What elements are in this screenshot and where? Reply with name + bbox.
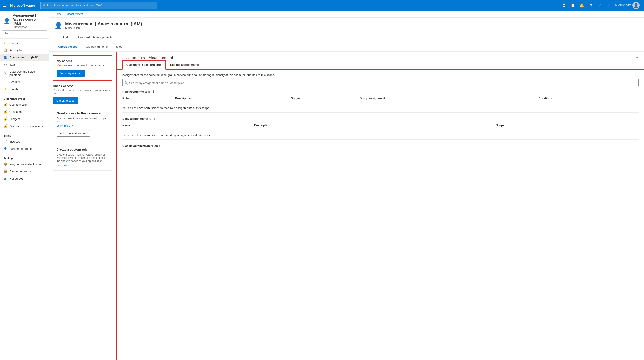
sidebar-item-iam[interactable]: 👤 Access control (IAM) — [0, 54, 49, 61]
sidebar-item-programmatic[interactable]: 📦 Programmatic deployment — [0, 160, 49, 168]
sidebar-divider-3 — [0, 153, 49, 153]
sidebar-item-diagnose[interactable]: 🔧 Diagnose and solve problems — [0, 68, 49, 78]
sidebar-divider — [0, 94, 49, 94]
search-icon: 🔍 — [124, 81, 128, 85]
sidebar-header: 👤 Measurement | Access control (IAM) Sub… — [0, 11, 49, 31]
breadcrumb-resource[interactable]: Measurement — [67, 13, 83, 16]
top-navigation: ☰ Microsoft Azure 🔍 ⊡ 📋 🔔 ⚙ ? 👤 MICROSOF… — [0, 0, 644, 11]
content-area: Home > Measurement 👤 Measurement | Acces… — [49, 11, 644, 360]
billing-section-label: Billing — [0, 132, 49, 138]
classic-admins-info-icon[interactable]: ℹ — [159, 144, 160, 147]
page-title: Measurement | Access control (IAM) — [65, 21, 142, 27]
custom-role-learn-more-link[interactable]: Learn more ↗ — [56, 164, 73, 167]
more-icon: ≡ — [122, 36, 124, 39]
help-icon[interactable]: ? — [596, 1, 604, 10]
resource-icon: 👤 — [4, 18, 10, 24]
right-panel-body: Assignments for the selected user, group… — [117, 70, 644, 360]
cloud-shell-icon[interactable]: ⊡ — [560, 1, 568, 10]
download-icon: ↓ — [74, 36, 76, 39]
create-custom-role-card: Create a custom role Create a custom rol… — [53, 144, 112, 170]
add-role-assignment-button[interactable]: Add role assignment — [56, 130, 90, 137]
my-access-card: My access View my level of access to thi… — [53, 55, 112, 81]
sidebar-collapse-button[interactable]: « — [44, 19, 46, 23]
sidebar-item-security[interactable]: 🛡 Security — [0, 78, 49, 86]
download-label: Download role assignments — [77, 36, 113, 39]
sidebar-item-resource-groups[interactable]: 📦 Resource groups — [0, 168, 49, 175]
deny-assignments-header: Deny assignments (0) ℹ — [122, 117, 639, 120]
sidebar-item-overview[interactable]: ⊙ Overview — [0, 39, 49, 47]
resource-name: Measurement | Access control (IAM) — [12, 14, 41, 26]
right-tab-label: Eligible assignments — [170, 63, 199, 67]
deny-assignments-empty-message: You do not have permissions to read deny… — [122, 131, 639, 140]
check-access-button[interactable]: Check access — [53, 97, 78, 104]
assignment-search-box[interactable]: 🔍 — [122, 79, 639, 86]
page-subtitle: Subscription — [65, 27, 142, 30]
sidebar-item-label: Programmatic deployment — [10, 162, 44, 166]
tab-label: Check access — [58, 45, 77, 48]
settings-icon[interactable]: ⚙ — [587, 1, 595, 10]
deny-assignments-info-icon[interactable]: ℹ — [154, 117, 155, 120]
sidebar-item-label: Advisor recommendations — [10, 124, 43, 128]
sidebar-item-label: Resources — [10, 177, 23, 180]
grant-learn-more-link[interactable]: Learn more ↗ — [56, 124, 73, 127]
sidebar-item-cost-analysis[interactable]: 💰 Cost analysis — [0, 101, 49, 108]
sidebar-item-resources[interactable]: ⊞ Resources — [0, 175, 49, 182]
right-tab-current[interactable]: Current role assignments — [122, 60, 166, 70]
sidebar-search-input[interactable] — [2, 31, 47, 37]
user-area[interactable]: MICROSOFT 👤 — [614, 2, 642, 9]
assignment-search-input[interactable] — [129, 81, 636, 85]
resource-type: Subscription — [12, 26, 41, 29]
activity-log-icon: 📋 — [4, 48, 7, 52]
grant-access-description: Grant access to resources by assigning a… — [56, 117, 109, 123]
tab-label: Roles — [115, 45, 122, 48]
sidebar-item-events[interactable]: ⚡ Events — [0, 86, 49, 93]
view-my-access-button[interactable]: View my access — [57, 70, 85, 77]
right-panel-title: assignments - Measurement — [122, 56, 173, 60]
sidebar-divider-2 — [0, 130, 49, 131]
sidebar-item-budgets[interactable]: 💰 Budgets — [0, 115, 49, 122]
menu-icon[interactable]: ☰ — [3, 3, 6, 8]
tab-roles[interactable]: Roles — [111, 42, 126, 52]
tab-label: Role assignments — [84, 45, 108, 48]
sidebar-item-cost-alerts[interactable]: 💰 Cost alerts — [0, 108, 49, 115]
sidebar-item-label: Partner information — [10, 147, 34, 150]
sidebar-item-label: Invoices — [10, 140, 20, 143]
breadcrumb-home[interactable]: Home — [54, 13, 62, 16]
iam-icon: 👤 — [4, 56, 7, 59]
download-button[interactable]: ↓ Download role assignments — [71, 34, 115, 40]
nav-icon-group: ⊡ 📋 🔔 ⚙ ? 👤 MICROSOFT 👤 — [560, 1, 642, 10]
global-search-bar[interactable]: 🔍 — [40, 2, 157, 9]
classic-admins-header: Classic administrators (0) ℹ — [122, 144, 639, 147]
sidebar-item-label: Overview — [10, 41, 22, 45]
sidebar-item-activity-log[interactable]: 📋 Activity log — [0, 47, 49, 54]
sidebar: 👤 Measurement | Access control (IAM) Sub… — [0, 11, 49, 360]
feedback-icon[interactable]: 📋 — [569, 1, 577, 10]
right-panel-header: assignments - Measurement ✕ — [117, 52, 644, 60]
sidebar-search[interactable] — [0, 31, 49, 39]
profile-icon[interactable]: 👤 — [605, 1, 613, 10]
tags-icon: 🏷 — [4, 63, 7, 66]
main-split: My access View my level of access to thi… — [49, 52, 644, 360]
right-panel: assignments - Measurement ✕ Current role… — [116, 52, 644, 360]
my-access-description: View my level of access to this resource… — [57, 64, 108, 67]
sidebar-item-invoices[interactable]: 📄 Invoices — [0, 138, 49, 145]
sidebar-item-partner-info[interactable]: 👤 Partner information — [0, 145, 49, 152]
add-button[interactable]: + + Add — [54, 34, 70, 40]
sidebar-item-label: Diagnose and solve problems — [10, 70, 46, 77]
role-assignments-title: Role assignments (0) — [122, 90, 152, 93]
deny-assignments-table: Name Description Scope — [122, 122, 639, 129]
sidebar-item-advisor[interactable]: 💰 Advisor recommendations — [0, 122, 49, 130]
close-button[interactable]: ✕ — [635, 55, 639, 60]
right-tab-label: Current role assignments — [126, 63, 162, 67]
more-button[interactable]: ≡ E — [119, 34, 129, 40]
role-assignments-info-icon[interactable]: ℹ — [153, 90, 154, 93]
right-tab-eligible[interactable]: Eligible assignments — [166, 60, 203, 69]
global-search-input[interactable] — [46, 4, 154, 7]
tab-check-access[interactable]: Check access — [54, 42, 81, 52]
notifications-icon[interactable]: 🔔 — [578, 1, 586, 10]
toolbar: + + Add ↓ Download role assignments ≡ E — [49, 33, 644, 42]
tab-role-assignments[interactable]: Role assignments — [81, 42, 111, 52]
cost-analysis-icon: 💰 — [4, 103, 7, 106]
sidebar-item-label: Security — [10, 80, 20, 84]
sidebar-item-tags[interactable]: 🏷 Tags — [0, 61, 49, 68]
